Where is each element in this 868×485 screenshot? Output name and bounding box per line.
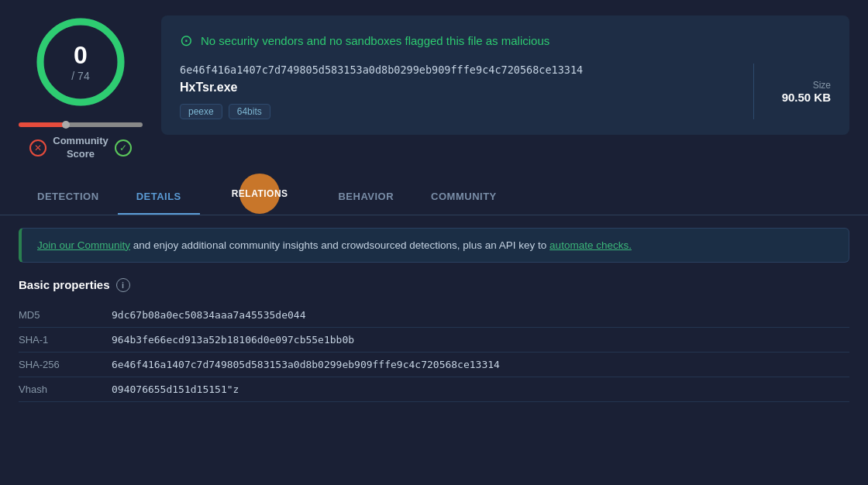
info-icon: i: [116, 278, 130, 292]
join-community-link[interactable]: Join our Community: [37, 239, 130, 251]
status-ok-text: No security vendors and no sandboxes fla…: [201, 34, 549, 47]
properties-header: Basic properties i: [19, 275, 849, 292]
score-circle: 0 / 74: [34, 15, 127, 108]
tab-details[interactable]: DETAILS: [118, 180, 200, 215]
banner-body-text: and enjoy additional community insights …: [130, 239, 549, 251]
automate-checks-link[interactable]: automate checks.: [549, 239, 632, 251]
tabs-bar: DETECTION DETAILS RELATIONS RELATIONS BE…: [0, 180, 868, 215]
size-label: Size: [813, 80, 831, 91]
tag-peexe: peexe: [180, 104, 222, 119]
table-row: Vhash 094076655d151d15151"z: [19, 377, 849, 401]
tab-community[interactable]: COMMUNITY: [412, 180, 515, 215]
tags-row: peexe 64bits: [180, 104, 741, 119]
relations-circle-badge: RELATIONS: [239, 174, 280, 214]
community-score-bar: [19, 122, 143, 127]
score-value: 0: [71, 40, 89, 70]
score-bar-thumb: [62, 121, 70, 129]
tab-detection[interactable]: DETECTION: [19, 180, 118, 215]
status-ok-icon: ⊙: [180, 31, 193, 50]
prop-key: SHA-256: [19, 352, 112, 377]
file-size-section: Size 90.50 KB: [753, 64, 831, 119]
info-content-row: 6e46f416a1407c7d749805d583153a0d8b0299eb…: [180, 64, 831, 119]
status-ok-row: ⊙ No security vendors and no sandboxes f…: [180, 31, 831, 50]
file-name: HxTsr.exe: [180, 81, 741, 95]
table-row: MD5 9dc67b08a0ec50834aaa7a45535de044: [19, 303, 849, 328]
community-label-row: ✕ Community Score ✓: [19, 135, 143, 161]
table-row: SHA-256 6e46f416a1407c7d749805d583153a0d…: [19, 352, 849, 377]
check-icon: ✓: [115, 139, 132, 157]
community-banner: Join our Community and enjoy additional …: [19, 228, 849, 263]
info-panel: ⊙ No security vendors and no sandboxes f…: [161, 15, 849, 135]
prop-key: SHA-1: [19, 327, 112, 352]
tab-relations[interactable]: RELATIONS RELATIONS: [200, 180, 320, 215]
properties-title: Basic properties: [19, 278, 110, 291]
x-icon: ✕: [29, 139, 46, 157]
properties-table: MD5 9dc67b08a0ec50834aaa7a45535de044 SHA…: [19, 303, 849, 402]
community-score-label: Community Score: [53, 135, 108, 161]
score-display: 0 / 74: [71, 40, 89, 83]
prop-val: 094076655d151d15151"z: [112, 377, 849, 401]
file-info: 6e46f416a1407c7d749805d583153a0d8b0299eb…: [180, 64, 741, 119]
prop-val: 9dc67b08a0ec50834aaa7a45535de044: [112, 303, 849, 328]
file-hash: 6e46f416a1407c7d749805d583153a0d8b0299eb…: [180, 64, 741, 76]
tab-behavior[interactable]: BEHAVIOR: [319, 180, 412, 215]
size-value: 90.50 KB: [782, 91, 831, 104]
top-panel: 0 / 74 ✕ Community Score ✓ ⊙ No security…: [0, 0, 868, 177]
tag-64bits: 64bits: [229, 104, 270, 119]
table-row: SHA-1 964b3fe66ecd913a52b18106d0e097cb55…: [19, 327, 849, 352]
prop-key: MD5: [19, 303, 112, 328]
score-total: / 74: [71, 71, 89, 84]
score-section: 0 / 74 ✕ Community Score ✓: [19, 15, 143, 161]
prop-key: Vhash: [19, 377, 112, 401]
prop-val: 6e46f416a1407c7d749805d583153a0d8b0299eb…: [112, 352, 849, 377]
properties-section: Basic properties i MD5 9dc67b08a0ec50834…: [19, 275, 849, 402]
score-bar-track: [19, 122, 143, 127]
prop-val: 964b3fe66ecd913a52b18106d0e097cb55e1bb0b: [112, 327, 849, 352]
